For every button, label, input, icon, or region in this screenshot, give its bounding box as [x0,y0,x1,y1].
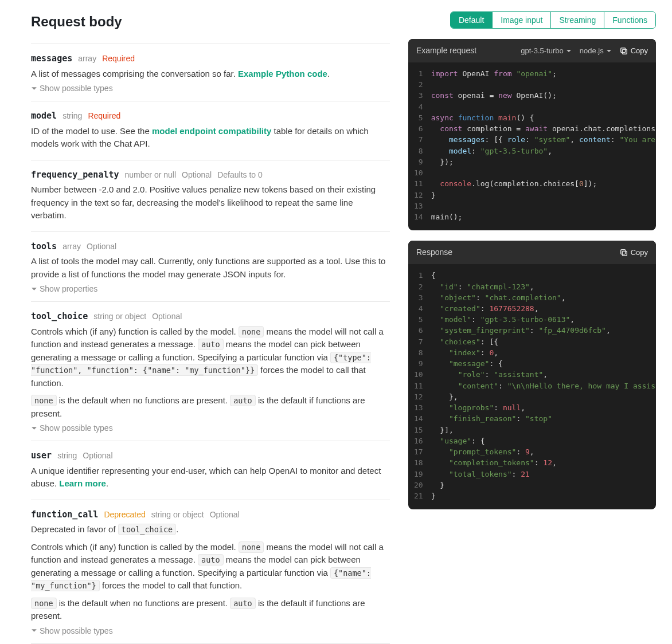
copy-icon [620,249,628,257]
code-auto: auto [230,598,256,609]
param-user: user string Optional A unique identifier… [31,441,390,500]
line-gutter: 123456789101112131415161718192021 [408,270,431,501]
chevron-down-icon [31,85,37,92]
line-gutter: 1234567891011121314 [408,68,431,222]
tab-functions[interactable]: Functions [604,12,655,28]
optional-tag: Optional [210,509,240,521]
copy-button[interactable]: Copy [620,45,648,57]
page-title: Request body [31,11,122,32]
param-type: number or null [125,169,177,181]
code-body: { "id": "chatcmpl-123", "object": "chat.… [431,270,656,501]
svg-rect-1 [620,48,625,52]
param-messages: messages array Required A list of messag… [31,44,390,101]
param-function-call: function_call Deprecated string or objec… [31,500,390,643]
param-tool-choice: tool_choice string or object Optional Co… [31,301,390,441]
param-type: string or object [93,311,146,323]
tab-bar: Default Image input Streaming Functions [450,11,656,29]
default-tag: Defaults to 0 [217,169,263,181]
chevron-down-icon [31,627,37,634]
param-type: string [62,110,82,122]
optional-tag: Optional [152,311,182,323]
deprecated-tag: Deprecated [104,509,145,521]
tab-streaming[interactable]: Streaming [550,12,604,28]
panel-title: Response [416,246,620,258]
param-name: function_call [31,508,98,521]
copy-icon [620,47,628,55]
show-properties-toggle[interactable]: Show properties [31,284,97,293]
chevron-down-icon [606,48,612,54]
param-frequency-penalty: frequency_penalty number or null Optiona… [31,160,390,231]
param-model: model string Required ID of the model to… [31,101,390,160]
example-request-panel: Example request gpt-3.5-turbo node.js Co… [408,39,656,230]
param-desc: Number between -2.0 and 2.0. Positive va… [31,183,390,222]
optional-tag: Optional [87,241,116,253]
required-tag: Required [102,53,135,65]
tab-default[interactable]: Default [451,12,492,28]
code-auto: auto [230,395,256,406]
svg-rect-3 [620,250,625,254]
model-endpoint-compat-link[interactable]: model endpoint compatibility [152,126,271,136]
chevron-down-icon [31,286,37,292]
required-tag: Required [88,110,120,122]
param-tools: tools array Optional A list of tools the… [31,231,390,302]
learn-more-link[interactable]: Learn more [59,478,106,488]
param-type: array [62,241,81,253]
code-body: import OpenAI from "openai"; const opena… [431,68,656,222]
param-name: user [31,449,52,462]
code-none: none [239,326,264,337]
example-python-code-link[interactable]: Example Python code [238,69,327,78]
panel-title: Example request [416,45,521,57]
param-name: tools [31,240,57,253]
param-name: model [31,109,57,123]
model-select[interactable]: gpt-3.5-turbo [521,45,571,57]
optional-tag: Optional [182,169,212,181]
code-none: none [239,541,264,553]
code-none: none [31,395,57,406]
param-name: messages [31,52,72,65]
param-type: string or object [151,509,204,521]
param-name: tool_choice [31,310,88,323]
tab-image-input[interactable]: Image input [492,12,550,28]
code-tool-choice: tool_choice [118,524,176,535]
lang-select[interactable]: node.js [580,45,612,57]
svg-rect-0 [622,49,627,54]
chevron-down-icon [566,48,572,54]
code-none: none [31,598,57,609]
copy-button[interactable]: Copy [620,247,648,258]
code-auto: auto [198,554,224,566]
show-possible-types-toggle[interactable]: Show possible types [31,423,113,433]
optional-tag: Optional [83,450,112,462]
show-possible-types-toggle[interactable]: Show possible types [31,626,113,635]
param-type: string [57,450,77,462]
param-name: frequency_penalty [31,168,119,182]
chevron-down-icon [31,425,37,431]
response-panel: Response Copy 12345678910111213141516171… [408,241,656,509]
code-auto: auto [198,339,224,350]
param-desc: A list of tools the model may call. Curr… [31,255,390,281]
svg-rect-2 [622,251,627,256]
show-possible-types-toggle[interactable]: Show possible types [31,84,113,93]
param-type: array [78,53,96,65]
